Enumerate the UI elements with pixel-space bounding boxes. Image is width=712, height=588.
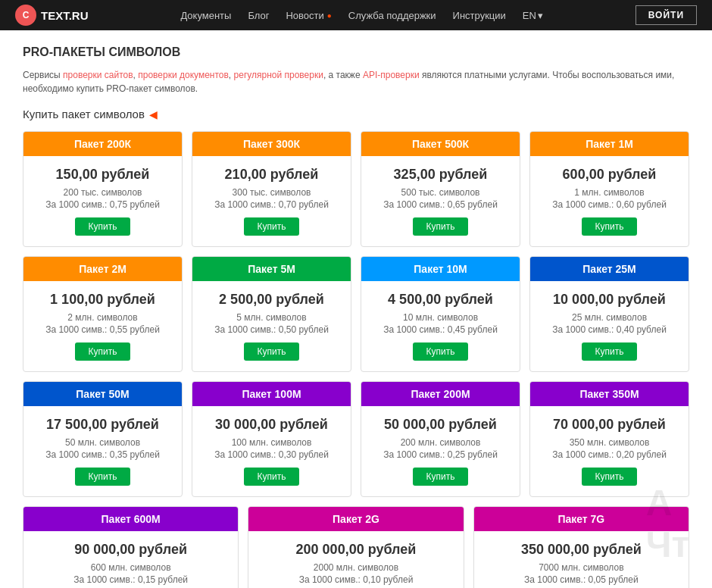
package-7g-symbols: 7000 млн. символов xyxy=(483,562,679,573)
packages-row-1: Пакет 200К 150,00 рублей 200 тыс. символ… xyxy=(23,131,689,247)
package-500k-rate: За 1000 симв.: 0,65 рублей xyxy=(370,199,511,210)
link-api-check[interactable]: API-проверки xyxy=(363,70,420,80)
package-10m-header: Пакет 10М xyxy=(361,257,520,281)
package-200k-buy-button[interactable]: Купить xyxy=(75,217,131,236)
package-350m-header: Пакет 350М xyxy=(530,382,689,406)
package-1m: Пакет 1М 600,00 рублей 1 млн. символов З… xyxy=(529,131,689,247)
package-500k-header: Пакет 500К xyxy=(361,132,520,156)
package-25m-header: Пакет 25М xyxy=(530,257,689,281)
package-10m: Пакет 10М 4 500,00 рублей 10 млн. символ… xyxy=(361,256,520,372)
package-2m-price: 1 100,00 рублей xyxy=(33,292,173,308)
link-site-check[interactable]: проверки сайтов xyxy=(63,70,133,80)
package-100m-buy-button[interactable]: Купить xyxy=(244,468,300,486)
package-2m-rate: За 1000 симв.: 0,55 рублей xyxy=(33,324,173,335)
package-5m-price: 2 500,00 рублей xyxy=(201,292,342,308)
package-1m-rate: За 1000 симв.: 0,60 рублей xyxy=(539,199,679,210)
info-paragraph: Сервисы проверки сайтов, проверки докуме… xyxy=(23,68,689,95)
package-100m-body: 30 000,00 рублей 100 млн. символов За 10… xyxy=(192,406,351,496)
package-350m-body: 70 000,00 рублей 350 млн. символов За 10… xyxy=(530,406,689,496)
package-5m-symbols: 5 млн. символов xyxy=(201,312,342,323)
package-200m-symbols: 200 млн. символов xyxy=(370,437,511,448)
package-2m: Пакет 2М 1 100,00 рублей 2 млн. символов… xyxy=(23,256,183,372)
package-200m-body: 50 000,00 рублей 200 млн. символов За 10… xyxy=(361,406,520,496)
package-100m-rate: За 1000 симв.: 0,30 рублей xyxy=(201,449,342,460)
package-200m-rate: За 1000 симв.: 0,25 рублей xyxy=(370,449,511,460)
package-300k-body: 210,00 рублей 300 тыс. символов За 1000 … xyxy=(192,156,351,246)
package-25m-rate: За 1000 симв.: 0,40 рублей xyxy=(539,324,679,335)
package-300k-header: Пакет 300К xyxy=(192,132,351,156)
package-7g-body: 350 000,00 рублей 7000 млн. символов За … xyxy=(474,531,689,588)
logo-text: TEXT.RU xyxy=(41,9,89,22)
package-2m-header: Пакет 2М xyxy=(23,257,182,281)
package-50m-symbols: 50 млн. символов xyxy=(33,437,173,448)
main-content: PRO-ПАКЕТЫ СИМВОЛОВ Сервисы проверки сай… xyxy=(0,30,712,588)
package-100m-price: 30 000,00 рублей xyxy=(201,417,342,433)
package-500k-body: 325,00 рублей 500 тыс. символов За 1000 … xyxy=(361,156,520,246)
package-600m: Пакет 600М 90 000,00 рублей 600 млн. сим… xyxy=(23,506,239,588)
package-2g-symbols: 2000 млн. символов xyxy=(258,562,454,573)
nav-instructions[interactable]: Инструкции xyxy=(453,10,506,21)
language-selector[interactable]: EN ▾ xyxy=(523,10,543,21)
package-2g-rate: За 1000 симв.: 0,10 рублей xyxy=(258,574,454,585)
login-button[interactable]: ВОЙТИ xyxy=(635,5,697,25)
package-1m-buy-button[interactable]: Купить xyxy=(582,217,638,236)
package-100m-symbols: 100 млн. символов xyxy=(201,437,342,448)
package-350m-rate: За 1000 симв.: 0,20 рублей xyxy=(539,449,679,460)
package-2g-price: 200 000,00 рублей xyxy=(258,542,454,558)
news-dot: ● xyxy=(327,11,332,20)
nav-blog[interactable]: Блог xyxy=(248,10,269,21)
page-title: PRO-ПАКЕТЫ СИМВОЛОВ xyxy=(23,45,689,59)
nav-news[interactable]: Новости ● xyxy=(286,10,331,21)
package-10m-price: 4 500,00 рублей xyxy=(370,292,511,308)
package-50m-buy-button[interactable]: Купить xyxy=(75,468,131,486)
package-500k: Пакет 500К 325,00 рублей 500 тыс. символ… xyxy=(361,131,520,247)
package-25m-buy-button[interactable]: Купить xyxy=(582,342,638,361)
package-5m-buy-button[interactable]: Купить xyxy=(244,342,300,361)
package-100m: Пакет 100М 30 000,00 рублей 100 млн. сим… xyxy=(192,381,351,497)
package-500k-buy-button[interactable]: Купить xyxy=(413,217,469,236)
package-1m-price: 600,00 рублей xyxy=(539,167,679,183)
package-300k-rate: За 1000 симв.: 0,70 рублей xyxy=(201,199,342,210)
package-200m-price: 50 000,00 рублей xyxy=(370,417,511,433)
package-50m-body: 17 500,00 рублей 50 млн. символов За 100… xyxy=(23,406,182,496)
logo-link[interactable]: C TEXT.RU xyxy=(15,5,89,26)
package-300k-buy-button[interactable]: Купить xyxy=(244,217,300,236)
section-title: Купить пакет символов ◀ xyxy=(23,108,689,120)
arrow-icon: ◀ xyxy=(149,108,158,120)
logo-icon: C xyxy=(15,5,36,26)
package-350m: Пакет 350М 70 000,00 рублей 350 млн. сим… xyxy=(529,381,689,497)
package-50m-price: 17 500,00 рублей xyxy=(33,417,173,433)
package-200k-rate: За 1000 симв.: 0,75 рублей xyxy=(33,199,173,210)
package-5m-body: 2 500,00 рублей 5 млн. символов За 1000 … xyxy=(192,281,351,371)
package-25m-symbols: 25 млн. символов xyxy=(539,312,679,323)
package-2g-body: 200 000,00 рублей 2000 млн. символов За … xyxy=(248,531,463,588)
package-5m-rate: За 1000 симв.: 0,50 рублей xyxy=(201,324,342,335)
package-2m-symbols: 2 млн. символов xyxy=(33,312,173,323)
packages-row-2: Пакет 2М 1 100,00 рублей 2 млн. символов… xyxy=(23,256,689,372)
package-350m-buy-button[interactable]: Купить xyxy=(582,468,638,486)
package-10m-buy-button[interactable]: Купить xyxy=(413,342,469,361)
package-100m-header: Пакет 100М xyxy=(192,382,351,406)
package-1m-header: Пакет 1М xyxy=(530,132,689,156)
package-2m-buy-button[interactable]: Купить xyxy=(75,342,131,361)
site-header: C TEXT.RU Документы Блог Новости ● Служб… xyxy=(0,0,712,30)
package-600m-header: Пакет 600М xyxy=(23,507,238,531)
package-1m-body: 600,00 рублей 1 млн. символов За 1000 си… xyxy=(530,156,689,246)
package-600m-body: 90 000,00 рублей 600 млн. символов За 10… xyxy=(23,531,238,588)
package-300k-price: 210,00 рублей xyxy=(201,167,342,183)
nav-support[interactable]: Служба поддержки xyxy=(348,10,436,21)
package-10m-body: 4 500,00 рублей 10 млн. символов За 1000… xyxy=(361,281,520,371)
package-300k: Пакет 300К 210,00 рублей 300 тыс. символ… xyxy=(192,131,351,247)
package-200m-buy-button[interactable]: Купить xyxy=(413,468,469,486)
package-25m-body: 10 000,00 рублей 25 млн. символов За 100… xyxy=(530,281,689,371)
package-600m-rate: За 1000 симв.: 0,15 рублей xyxy=(33,574,229,585)
package-25m: Пакет 25М 10 000,00 рублей 25 млн. симво… xyxy=(529,256,689,372)
package-5m: Пакет 5М 2 500,00 рублей 5 млн. символов… xyxy=(192,256,351,372)
link-doc-check[interactable]: проверки документов xyxy=(138,70,229,80)
package-300k-symbols: 300 тыс. символов xyxy=(201,187,342,198)
package-500k-symbols: 500 тыс. символов xyxy=(370,187,511,198)
nav-documents[interactable]: Документы xyxy=(180,10,231,21)
package-350m-symbols: 350 млн. символов xyxy=(539,437,679,448)
package-600m-price: 90 000,00 рублей xyxy=(33,542,229,558)
link-regular-check[interactable]: регулярной проверки xyxy=(234,70,323,80)
